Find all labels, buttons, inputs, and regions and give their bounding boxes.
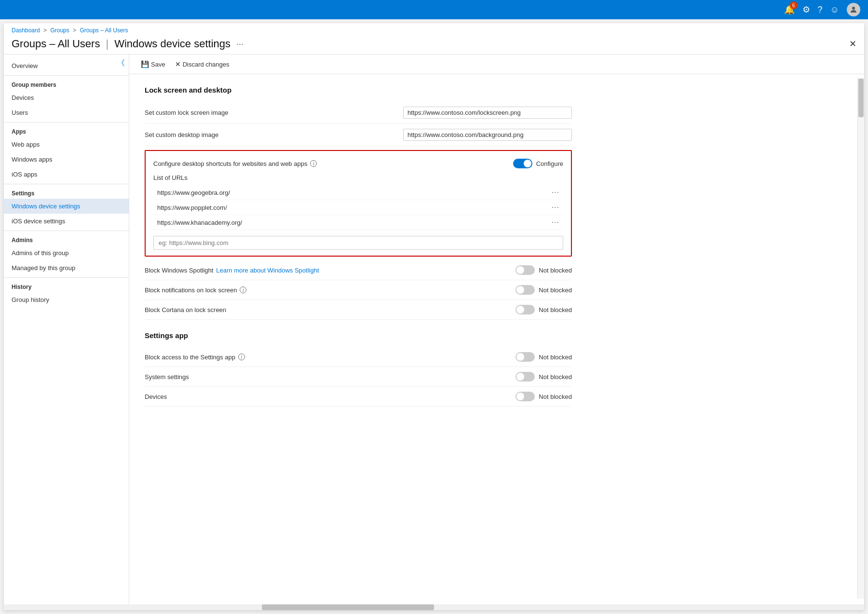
sidebar-section-admins: Admins	[4, 231, 129, 246]
url-more-0[interactable]: ···	[552, 188, 559, 197]
cortana-toggle[interactable]	[515, 305, 535, 314]
url-row-1: https://www.popplet.com/ ···	[153, 200, 563, 215]
notifications-toggle-container: Not blocked	[515, 285, 572, 295]
sidebar-item-ios-device-settings[interactable]: iOS device settings	[4, 214, 129, 229]
breadcrumb-dashboard[interactable]: Dashboard	[12, 27, 40, 34]
system-settings-toggle-container: Not blocked	[515, 372, 572, 382]
breadcrumb-groups[interactable]: Groups	[50, 27, 69, 34]
gear-icon[interactable]: ⚙	[802, 4, 810, 15]
spotlight-toggle-container: Not blocked	[515, 265, 572, 275]
notifications-toggle-label: Not blocked	[539, 287, 572, 294]
vertical-scrollbar[interactable]	[857, 78, 864, 599]
sidebar-section-group-members: Group members	[4, 75, 129, 90]
url-input[interactable]	[153, 236, 563, 250]
devices-settings-toggle[interactable]	[515, 392, 535, 401]
page-header: Groups – All Users | Windows device sett…	[4, 36, 864, 55]
cortana-toggle-label: Not blocked	[539, 306, 572, 314]
title-separator: |	[106, 38, 108, 50]
page-title-main: Groups – All Users	[12, 38, 100, 50]
sidebar-item-ios-apps[interactable]: iOS apps	[4, 167, 129, 182]
system-settings-toggle-label: Not blocked	[539, 373, 572, 381]
sidebar-item-managed-by-group[interactable]: Managed by this group	[4, 260, 129, 275]
desktop-image-control	[403, 129, 572, 141]
desktop-shortcuts-section: Configure desktop shortcuts for websites…	[145, 150, 572, 257]
spotlight-link[interactable]: Learn more about Windows Spotlight	[216, 267, 319, 274]
url-more-1[interactable]: ···	[552, 203, 559, 212]
configure-info-icon[interactable]: i	[310, 160, 317, 167]
more-options-button[interactable]: ···	[236, 39, 244, 49]
lock-screen-section-title: Lock screen and desktop	[145, 86, 572, 94]
settings-panel: Lock screen and desktop Set custom lock …	[129, 74, 587, 414]
desktop-image-row: Set custom desktop image	[145, 124, 572, 146]
notification-badge: 6	[790, 1, 798, 9]
devices-settings-label: Devices	[145, 393, 508, 400]
devices-settings-toggle-label: Not blocked	[539, 393, 572, 400]
cortana-toggle-container: Not blocked	[515, 305, 572, 314]
sidebar-item-windows-device-settings[interactable]: Windows device settings	[4, 199, 129, 214]
breadcrumb: Dashboard > Groups > Groups – All Users	[4, 23, 864, 36]
lock-screen-image-input[interactable]	[403, 107, 572, 119]
svg-point-0	[852, 7, 855, 10]
notification-icon[interactable]: 🔔 6	[784, 4, 795, 15]
sidebar-section-settings: Settings	[4, 184, 129, 199]
sidebar: 《 Overview Group members Devices Users A…	[4, 55, 129, 604]
collapse-sidebar-button[interactable]: 《	[117, 58, 125, 68]
discard-button[interactable]: ✕ Discard changes	[171, 58, 233, 70]
sidebar-item-windows-apps[interactable]: Windows apps	[4, 152, 129, 167]
settings-app-info-icon[interactable]: i	[238, 354, 245, 360]
page-subtitle: Windows device settings	[114, 38, 231, 50]
desktop-image-input[interactable]	[403, 129, 572, 141]
configure-header: Configure desktop shortcuts for websites…	[153, 157, 563, 170]
desktop-image-label: Set custom desktop image	[145, 131, 395, 138]
main-container: Dashboard > Groups > Groups – All Users …	[4, 23, 864, 610]
sidebar-item-group-history[interactable]: Group history	[4, 292, 129, 307]
save-button[interactable]: 💾 Save	[137, 58, 169, 70]
close-button[interactable]: ✕	[849, 39, 856, 49]
devices-settings-row: Devices Not blocked	[145, 387, 572, 407]
horizontal-scrollbar[interactable]	[4, 604, 864, 610]
help-icon[interactable]: ?	[818, 5, 823, 15]
list-of-urls-label: List of URLs	[153, 174, 563, 181]
toolbar: 💾 Save ✕ Discard changes	[129, 55, 864, 74]
notifications-toggle[interactable]	[515, 285, 535, 295]
sidebar-item-overview[interactable]: Overview	[4, 58, 129, 73]
sidebar-item-web-apps[interactable]: Web apps	[4, 137, 129, 152]
spotlight-toggle[interactable]	[515, 265, 535, 275]
breadcrumb-sep-2: >	[73, 27, 78, 34]
url-row-2: https://www.khanacademy.org/ ···	[153, 215, 563, 230]
url-text-0: https://www.geogebra.org/	[157, 189, 230, 196]
smiley-icon[interactable]: ☺	[830, 5, 839, 15]
horizontal-scroll-thumb[interactable]	[262, 604, 434, 610]
main-content: Lock screen and desktop Set custom lock …	[129, 74, 864, 604]
system-settings-toggle[interactable]	[515, 372, 535, 382]
notifications-info-icon[interactable]: i	[240, 287, 246, 293]
url-row-0: https://www.geogebra.org/ ···	[153, 185, 563, 200]
breadcrumb-all-users[interactable]: Groups – All Users	[80, 27, 128, 34]
url-text-1: https://www.popplet.com/	[157, 204, 227, 211]
scroll-thumb[interactable]	[858, 79, 864, 117]
notifications-row: Block notifications on lock screen i Not…	[145, 280, 572, 300]
top-bar: 🔔 6 ⚙ ? ☺	[0, 0, 868, 19]
cortana-label: Block Cortana on lock screen	[145, 306, 508, 314]
url-list: https://www.geogebra.org/ ··· https://ww…	[153, 185, 563, 230]
discard-label: Discard changes	[183, 61, 230, 68]
lock-screen-image-row: Set custom lock screen image	[145, 102, 572, 124]
configure-toggle-container: Configure	[513, 159, 563, 168]
settings-app-block-label-toggle: Not blocked	[539, 354, 572, 361]
sidebar-item-devices[interactable]: Devices	[4, 90, 129, 105]
content-area: 《 Overview Group members Devices Users A…	[4, 55, 864, 604]
save-label: Save	[151, 61, 165, 68]
lock-screen-image-control	[403, 107, 572, 119]
system-settings-row: System settings Not blocked	[145, 367, 572, 387]
settings-app-block-toggle[interactable]	[515, 352, 535, 362]
avatar[interactable]	[847, 3, 860, 16]
sidebar-item-admins-of-group[interactable]: Admins of this group	[4, 246, 129, 260]
sidebar-section-history: History	[4, 277, 129, 292]
url-more-2[interactable]: ···	[552, 218, 559, 227]
configure-toggle[interactable]	[513, 159, 532, 168]
lock-screen-image-label: Set custom lock screen image	[145, 109, 395, 116]
sidebar-item-users[interactable]: Users	[4, 105, 129, 120]
settings-app-block-label: Block access to the Settings app i	[145, 354, 508, 361]
configure-label: Configure desktop shortcuts for websites…	[153, 160, 513, 167]
discard-icon: ✕	[175, 60, 181, 68]
